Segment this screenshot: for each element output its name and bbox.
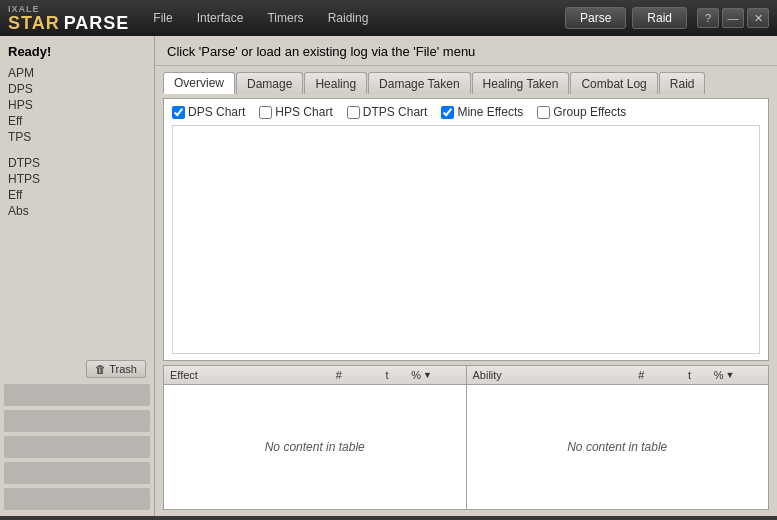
content-area: Click 'Parse' or load an existing log vi…: [155, 36, 777, 516]
effect-pct-col-header[interactable]: % ▼: [411, 369, 459, 381]
logo-parse-text: PARSE: [64, 14, 130, 32]
tab-combat-log[interactable]: Combat Log: [570, 72, 657, 94]
sidebar-item-eff[interactable]: Eff: [0, 113, 154, 129]
ability-hash-col-header: #: [617, 369, 665, 381]
header-instruction-text: Click 'Parse' or load an existing log vi…: [167, 44, 475, 59]
hps-chart-label: HPS Chart: [275, 105, 332, 119]
effect-t-col-header: t: [363, 369, 411, 381]
tables-section: Effect # t % ▼ No content in table: [163, 365, 769, 510]
title-action-buttons: Parse Raid: [565, 7, 687, 29]
sidebar-trash-area: 🗑 Trash: [8, 360, 146, 378]
mine-effects-checkbox[interactable]: [441, 106, 454, 119]
dps-chart-checkbox[interactable]: [172, 106, 185, 119]
effect-col-header: Effect: [170, 369, 315, 381]
main-menu: File Interface Timers Raiding: [149, 9, 565, 27]
ability-empty-text: No content in table: [567, 440, 667, 454]
menu-file[interactable]: File: [149, 9, 176, 27]
sidebar-item-tps[interactable]: TPS: [0, 129, 154, 145]
dtps-chart-label: DTPS Chart: [363, 105, 428, 119]
sidebar-gray-bar-3: [4, 436, 150, 458]
mine-effects-checkbox-label[interactable]: Mine Effects: [441, 105, 523, 119]
effect-empty-text: No content in table: [265, 440, 365, 454]
tab-content-panel: DPS Chart HPS Chart DTPS Chart Mine Effe…: [163, 98, 769, 361]
title-bar: IXALE STAR PARSE File Interface Timers R…: [0, 0, 777, 36]
close-button[interactable]: ✕: [747, 8, 769, 28]
sidebar-gray-bar-1: [4, 384, 150, 406]
content-header: Click 'Parse' or load an existing log vi…: [155, 36, 777, 66]
sidebar-spacer: [0, 145, 154, 155]
ability-t-col-header: t: [666, 369, 714, 381]
sidebar-item-eff2[interactable]: Eff: [0, 187, 154, 203]
group-effects-checkbox[interactable]: [537, 106, 550, 119]
effect-table-body: No content in table: [164, 385, 466, 509]
content-body: Overview Damage Healing Damage Taken Hea…: [155, 66, 777, 516]
ability-sort-arrow: ▼: [726, 370, 735, 380]
sidebar-item-apm[interactable]: APM: [0, 65, 154, 81]
menu-interface[interactable]: Interface: [193, 9, 248, 27]
menu-raiding[interactable]: Raiding: [324, 9, 373, 27]
effect-hash-col-header: #: [315, 369, 363, 381]
sidebar-status: Ready!: [0, 40, 154, 65]
mine-effects-label: Mine Effects: [457, 105, 523, 119]
menu-timers[interactable]: Timers: [263, 9, 307, 27]
sidebar-gray-bar-4: [4, 462, 150, 484]
sidebar-item-dps[interactable]: DPS: [0, 81, 154, 97]
status-bar: 11:23:35 WARN: Unable to resolve local c…: [0, 516, 777, 520]
sidebar-item-dtps[interactable]: DTPS: [0, 155, 154, 171]
minimize-button[interactable]: —: [722, 8, 744, 28]
ability-table-body: No content in table: [467, 385, 769, 509]
hps-chart-checkbox-label[interactable]: HPS Chart: [259, 105, 332, 119]
dtps-chart-checkbox-label[interactable]: DTPS Chart: [347, 105, 428, 119]
trash-button[interactable]: 🗑 Trash: [86, 360, 146, 378]
sidebar-item-hps[interactable]: HPS: [0, 97, 154, 113]
sidebar-gray-bar-5: [4, 488, 150, 510]
dps-chart-label: DPS Chart: [188, 105, 245, 119]
group-effects-label: Group Effects: [553, 105, 626, 119]
tab-damage[interactable]: Damage: [236, 72, 303, 94]
dtps-chart-checkbox[interactable]: [347, 106, 360, 119]
tab-damage-taken[interactable]: Damage Taken: [368, 72, 471, 94]
hps-chart-checkbox[interactable]: [259, 106, 272, 119]
ability-col-header: Ability: [473, 369, 618, 381]
main-container: Ready! APM DPS HPS Eff TPS DTPS HTPS Eff…: [0, 36, 777, 516]
group-effects-checkbox-label[interactable]: Group Effects: [537, 105, 626, 119]
ability-table-panel: Ability # t % ▼ No content in table: [467, 365, 770, 510]
help-button[interactable]: ?: [697, 8, 719, 28]
dps-chart-checkbox-label[interactable]: DPS Chart: [172, 105, 245, 119]
logo-star-text: STAR: [8, 14, 60, 32]
app-logo: IXALE STAR PARSE: [8, 5, 129, 32]
sidebar-item-htps[interactable]: HTPS: [0, 171, 154, 187]
tab-raid[interactable]: Raid: [659, 72, 706, 94]
sidebar: Ready! APM DPS HPS Eff TPS DTPS HTPS Eff…: [0, 36, 155, 516]
effect-table-panel: Effect # t % ▼ No content in table: [163, 365, 467, 510]
ability-pct-col-header[interactable]: % ▼: [714, 369, 762, 381]
effect-sort-arrow: ▼: [423, 370, 432, 380]
tabs-row: Overview Damage Healing Damage Taken Hea…: [163, 72, 769, 94]
raid-button[interactable]: Raid: [632, 7, 687, 29]
tab-healing[interactable]: Healing: [304, 72, 367, 94]
tab-overview[interactable]: Overview: [163, 72, 235, 94]
sidebar-gray-bar-2: [4, 410, 150, 432]
parse-button[interactable]: Parse: [565, 7, 626, 29]
effect-table-header: Effect # t % ▼: [164, 366, 466, 385]
sidebar-item-abs[interactable]: Abs: [0, 203, 154, 219]
window-controls: ? — ✕: [697, 8, 769, 28]
tab-healing-taken[interactable]: Healing Taken: [472, 72, 570, 94]
chart-area: [172, 125, 760, 354]
ability-table-header: Ability # t % ▼: [467, 366, 769, 385]
checkboxes-row: DPS Chart HPS Chart DTPS Chart Mine Effe…: [172, 105, 760, 119]
